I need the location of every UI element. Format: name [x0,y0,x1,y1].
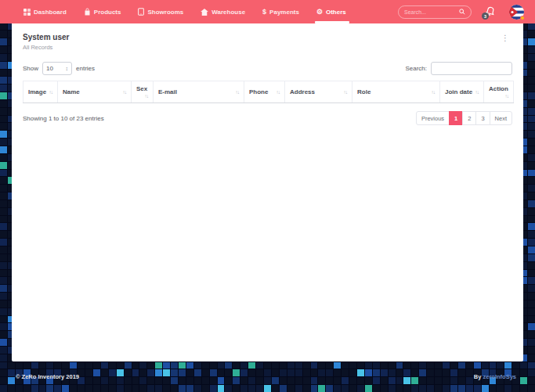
pagination-next-button[interactable]: Next [490,111,512,125]
site-footer: © ZeRo Inventory 2019 By zeroInfoSys [0,361,535,392]
products-icon [84,8,91,16]
credit-text: By zeroInfoSys [474,373,516,380]
pagination-page-1[interactable]: 1 [449,111,463,125]
column-label: Image [28,88,46,95]
nav-label: Payments [269,9,299,16]
sort-icon: ↑↓ [277,89,280,95]
column-label: Join date [445,88,472,95]
column-header-address[interactable]: Address↑↓ [285,81,352,103]
sort-icon: ↑↓ [236,89,240,95]
pagination-page-3[interactable]: 3 [475,111,490,125]
nav-item-warehouse[interactable]: Warehouse [201,0,245,23]
sort-icon: ↑↓ [475,89,479,95]
nav-label: Products [94,9,121,16]
column-header-action[interactable]: Action↑↓ [484,81,514,103]
users-table: Image↑↓Name↑↓Sex↑↓E-mail↑↓Phone↑↓Address… [23,81,514,103]
card-menu-icon[interactable]: ⋮ [498,33,512,44]
dashboard-icon [23,9,31,16]
warehouse-icon [201,9,208,16]
sort-icon: ↑↓ [49,89,53,95]
copyright-text: © ZeRo Inventory 2019 [16,373,79,380]
sort-icon: ↑↓ [145,93,149,99]
column-header-role[interactable]: Role↑↓ [352,81,440,103]
column-label: Sex [136,85,147,92]
app-root: Dashboard Products Showrooms Warehouse $… [0,0,535,392]
gear-icon: ⚙ [316,9,323,16]
system-user-card: System user All Records ⋮ Show 10 ↕ entr… [12,23,523,361]
table-search-control: Search: [405,62,512,75]
table-header-row: Image↑↓Name↑↓Sex↑↓E-mail↑↓Phone↑↓Address… [23,81,514,103]
column-label: Name [63,88,80,95]
page-title: System user [23,33,512,41]
pagination-previous-button[interactable]: Previous [416,111,450,125]
column-header-image[interactable]: Image↑↓ [23,81,58,103]
nav-label: Warehouse [211,9,245,16]
status-dot [520,16,525,20]
column-label: Address [290,88,315,95]
nav-label: Others [326,9,346,16]
column-label: Action [489,85,508,92]
select-arrows-icon: ↕ [66,66,69,71]
navbar-search-input[interactable] [404,9,459,15]
nav-item-showrooms[interactable]: Showrooms [138,0,183,23]
column-label: Role [357,88,371,95]
page-subtitle: All Records [23,44,512,51]
nav-item-dashboard[interactable]: Dashboard [23,0,67,23]
column-header-e-mail[interactable]: E-mail↑↓ [154,81,244,103]
table-search-label: Search: [405,65,427,72]
column-header-join-date[interactable]: Join date↑↓ [440,81,484,103]
pagination: Previous 1 2 3 Next [416,111,512,125]
top-navbar: Dashboard Products Showrooms Warehouse $… [0,0,535,23]
nav-label: Dashboard [34,9,67,16]
column-label: Phone [249,88,268,95]
nav-label: Showrooms [147,9,183,16]
showrooms-icon [138,8,144,16]
page-length-select[interactable]: 10 ↕ [42,62,72,75]
column-label: E-mail [158,88,177,95]
column-header-phone[interactable]: Phone↑↓ [244,81,285,103]
nav-item-products[interactable]: Products [84,0,121,23]
credit-by-label: By [474,373,482,380]
pagination-page-2[interactable]: 2 [462,111,476,125]
table-footer: Showing 1 to 10 of 23 entries Previous 1… [23,111,512,125]
card-header: System user All Records ⋮ [23,33,512,51]
sort-icon: ↑↓ [505,93,509,99]
notifications-button[interactable]: 3 [485,5,497,18]
navbar-search [398,5,472,19]
sort-icon: ↑↓ [344,89,348,95]
page-length-control: Show 10 ↕ entries [23,62,95,75]
nav-item-payments[interactable]: $ Payments [262,0,299,23]
payments-icon: $ [262,9,266,16]
search-icon[interactable] [459,9,465,15]
entries-label: entries [76,65,95,72]
credit-brand-link[interactable]: zeroInfoSys [483,373,516,380]
notification-badge: 3 [482,13,489,20]
column-header-sex[interactable]: Sex↑↓ [132,81,154,103]
table-controls: Show 10 ↕ entries Search: [23,62,512,75]
column-header-name[interactable]: Name↑↓ [58,81,132,103]
table-info: Showing 1 to 10 of 23 entries [23,115,104,122]
sort-icon: ↑↓ [432,89,436,95]
user-menu-button[interactable] [509,5,524,20]
nav-item-others[interactable]: ⚙ Others [316,0,346,23]
show-label: Show [23,65,38,72]
table-search-input[interactable] [431,62,512,75]
page-length-value: 10 [46,65,53,72]
sort-icon: ↑↓ [123,89,127,95]
